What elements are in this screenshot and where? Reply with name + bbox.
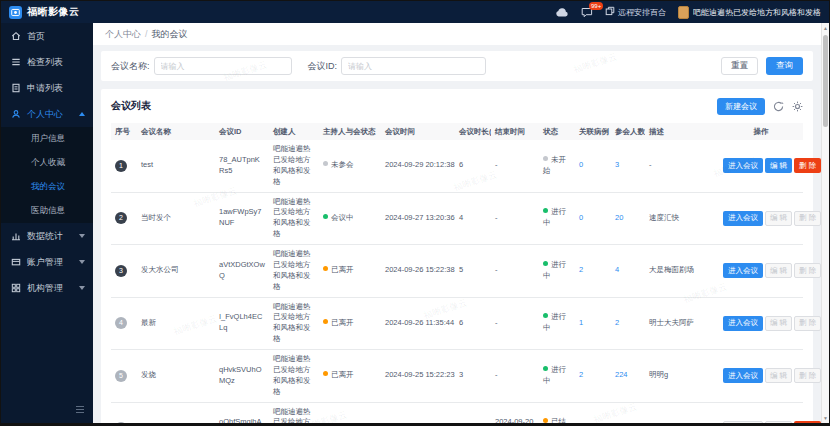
participants-link[interactable]: 2 xyxy=(615,318,619,327)
quick-link-label: 远程安排百合 xyxy=(618,7,666,18)
meeting-name: 发大水公司 xyxy=(137,245,215,298)
status-dot xyxy=(543,156,548,161)
cloud-icon[interactable] xyxy=(555,7,569,18)
host-status: 已离开 xyxy=(319,350,381,403)
enter-meeting-button[interactable]: 进入会议 xyxy=(723,158,763,173)
status-dot xyxy=(543,261,548,266)
enter-meeting-button[interactable]: 进入会议 xyxy=(723,263,763,278)
table-row: 2 当时发个 1awFWpSy7NUF 吧能迪遍热已发给地方和风格和发格 会议中… xyxy=(111,192,803,245)
participants-link[interactable]: 224 xyxy=(615,370,628,379)
host-status: 已离开 xyxy=(319,297,381,350)
collapse-sidebar-icon[interactable] xyxy=(75,400,85,418)
col-status: 状态 xyxy=(539,123,575,140)
sidebar-item-statistics[interactable]: 数据统计 xyxy=(1,223,93,249)
creator: 吧能迪遍热已发给地方和风格和发格 xyxy=(269,192,319,245)
vertical-scrollbar[interactable]: ▲ ▼ xyxy=(821,23,829,423)
meeting-id: 1awFWpSy7NUF xyxy=(215,192,269,245)
delete-button[interactable]: 删 除 xyxy=(794,158,821,173)
delete-button[interactable]: 删 除 xyxy=(794,421,821,423)
sub-item-label: 我的会议 xyxy=(31,181,65,193)
username: 吧能迪遍热已发给地方和风格和发格 xyxy=(693,7,821,18)
meeting-time: 2024-09-26 15:22:38 xyxy=(381,245,455,298)
enter-meeting-button[interactable]: 进入会议 xyxy=(723,316,763,331)
col-actions: 操作 xyxy=(719,123,803,140)
refresh-icon[interactable] xyxy=(773,101,784,112)
participants-link[interactable]: 20 xyxy=(615,213,623,222)
sidebar-item-label: 账户管理 xyxy=(27,256,63,269)
sub-item-label: 个人收藏 xyxy=(31,157,65,169)
edit-button: 编 辑 xyxy=(765,211,792,226)
list-icon xyxy=(11,57,21,67)
sidebar-item-home[interactable]: 首页 xyxy=(1,23,93,49)
scroll-down-arrow[interactable]: ▼ xyxy=(822,413,829,423)
sidebar-item-favorites[interactable]: 个人收藏 xyxy=(1,151,93,175)
sidebar-item-org-mgmt[interactable]: 机构管理 xyxy=(1,275,93,301)
description: 明士大夫阿萨 xyxy=(645,297,719,350)
scroll-thumb[interactable] xyxy=(823,35,828,127)
col-host-status: 主持人与会状态 xyxy=(319,123,381,140)
related-cases-link[interactable]: 0 xyxy=(579,160,583,169)
table-row: 5 发烧 qHvkSVUhOMQz 吧能迪遍热已发给地方和风格和发格 已离开 2… xyxy=(111,350,803,403)
delete-button: 删 除 xyxy=(794,368,821,383)
reset-button[interactable]: 重置 xyxy=(721,57,758,75)
home-icon xyxy=(11,31,21,41)
user-menu[interactable]: 吧能迪遍热已发给地方和风格和发格 xyxy=(678,6,821,19)
meeting-time: 2024-09-25 15:22:23 xyxy=(381,350,455,403)
sidebar-item-personal-center[interactable]: 个人中心 xyxy=(1,101,93,127)
sidebar-item-label: 首页 xyxy=(27,30,45,43)
host-status-text: 已离开 xyxy=(331,318,354,327)
duration: 6 xyxy=(455,297,491,350)
col-time: 会议时间 xyxy=(381,123,455,140)
meeting-id-input[interactable] xyxy=(341,57,486,75)
edit-button[interactable]: 编 辑 xyxy=(765,158,792,173)
col-end-time: 结束时间 xyxy=(491,123,539,140)
status-dot xyxy=(543,418,548,423)
sidebar-item-exam-list[interactable]: 检查列表 xyxy=(1,49,93,75)
meeting-name: 发烧 xyxy=(137,350,215,403)
table-row: 6 房间打发打发地方 oQhfSmqjhAPP 吧能迪遍热已发给地方和风格和发格… xyxy=(111,402,803,423)
enter-meeting-button[interactable]: 进入会议 xyxy=(723,368,763,383)
search-button[interactable]: 查询 xyxy=(766,57,803,75)
enter-meeting-button[interactable]: 进入会议 xyxy=(723,211,763,226)
host-status-dot xyxy=(323,319,328,324)
settings-icon[interactable] xyxy=(792,101,803,112)
related-cases-link[interactable]: 2 xyxy=(579,370,583,379)
sidebar-item-my-meetings[interactable]: 我的会议 xyxy=(1,175,93,199)
grid-icon xyxy=(11,283,21,293)
col-creator: 创建人 xyxy=(269,123,319,140)
sidebar: 首页 检查列表 申请列表 个人中心 用户信息 个人收藏 我的会议 医助信息 数据… xyxy=(1,23,93,423)
description: 明明g xyxy=(645,350,719,403)
breadcrumb-parent[interactable]: 个人中心 xyxy=(105,28,141,41)
app-logo[interactable]: 福晰影像云 xyxy=(9,5,80,19)
sidebar-item-apply-list[interactable]: 申请列表 xyxy=(1,75,93,101)
meeting-id: oQhfSmqjhAPP xyxy=(215,402,269,423)
sidebar-item-assistant-info[interactable]: 医助信息 xyxy=(1,199,93,223)
main-content: 个人中心 / 我的会议 会议名称: 会议ID: 重置 查询 会议列表 新建会议 xyxy=(93,23,821,423)
create-meeting-button[interactable]: 新建会议 xyxy=(717,98,765,115)
edit-button: 编 辑 xyxy=(765,263,792,278)
related-cases-link[interactable]: 0 xyxy=(579,213,583,222)
host-status-text: 已离开 xyxy=(331,265,354,274)
notifications-button[interactable]: 99+ xyxy=(581,7,593,18)
related-cases-link[interactable]: 2 xyxy=(579,265,583,274)
participants-link[interactable]: 4 xyxy=(615,265,619,274)
delete-button: 删 除 xyxy=(794,263,821,278)
row-index-badge: 2 xyxy=(115,212,127,224)
scroll-up-arrow[interactable]: ▲ xyxy=(822,23,829,33)
host-status-text: 会议中 xyxy=(331,213,354,222)
chevron-down-icon xyxy=(79,286,85,290)
host-status: 会议中 xyxy=(319,192,381,245)
meeting-status: 未开始 xyxy=(539,140,575,192)
sidebar-item-account-mgmt[interactable]: 账户管理 xyxy=(1,249,93,275)
meeting-name-input[interactable] xyxy=(154,57,292,75)
status-dot xyxy=(543,313,548,318)
sidebar-item-user-info[interactable]: 用户信息 xyxy=(1,127,93,151)
participants-link[interactable]: 3 xyxy=(615,160,619,169)
related-cases-link[interactable]: 1 xyxy=(579,318,583,327)
quick-link[interactable]: 远程安排百合 xyxy=(605,6,666,18)
host-status: 已离开 xyxy=(319,245,381,298)
row-index-badge: 3 xyxy=(115,265,127,277)
meeting-name: test xyxy=(137,140,215,192)
row-actions: 进入会议编 辑删 除 xyxy=(719,297,803,350)
table-tools: 新建会议 xyxy=(717,98,803,115)
